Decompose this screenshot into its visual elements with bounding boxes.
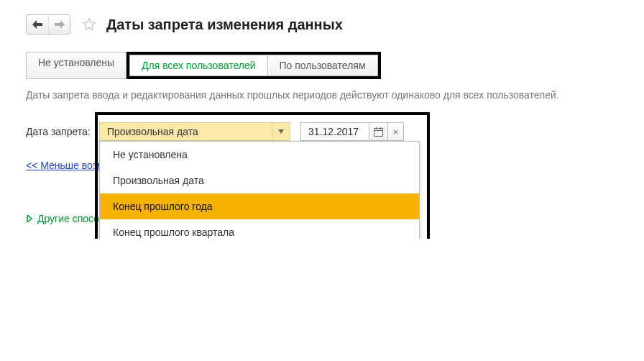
description-text: Даты запрета ввода и редактирования данн…	[26, 89, 618, 101]
tab-by-users[interactable]: По пользователям	[268, 55, 378, 76]
svg-marker-0	[83, 19, 96, 30]
date-calendar-button[interactable]	[369, 122, 388, 141]
date-input-group: 31.12.2017 ×	[300, 122, 404, 141]
dropdown-option[interactable]: Не установлена	[100, 142, 419, 168]
top-bar: Даты запрета изменения данных	[26, 14, 618, 35]
date-mode-select[interactable]: Произвольная дата 31.12.2017 ×	[99, 122, 404, 141]
nav-buttons	[26, 14, 70, 35]
prohibit-date-row: Дата запрета: Произвольная дата 31.12.20…	[26, 121, 618, 142]
dropdown-option[interactable]: Конец прошлого квартала	[100, 219, 419, 239]
back-button[interactable]	[27, 15, 48, 34]
arrow-left-icon	[32, 20, 42, 29]
dropdown-option[interactable]: Конец прошлого года	[100, 193, 419, 219]
prohibit-date-controls: Произвольная дата 31.12.2017 × Не устано…	[99, 122, 404, 141]
calendar-icon	[374, 127, 383, 137]
date-mode-dropdown-button[interactable]	[272, 122, 290, 141]
prohibit-date-label: Дата запрета:	[26, 126, 98, 137]
arrow-right-icon	[55, 20, 65, 29]
date-mode-dropdown-list: Не установлена Произвольная дата Конец п…	[99, 141, 420, 239]
favorite-star-icon[interactable]	[80, 16, 98, 33]
tabs-row: Не установлены Для всех пользователей По…	[26, 52, 618, 79]
chevron-down-icon	[278, 129, 284, 134]
tab-not-set[interactable]: Не установлены	[26, 52, 126, 79]
chevron-right-icon	[26, 215, 33, 222]
svg-rect-1	[374, 128, 383, 136]
date-clear-button[interactable]: ×	[388, 122, 404, 141]
date-field[interactable]: 31.12.2017	[300, 122, 369, 141]
date-mode-value: Произвольная дата	[99, 122, 272, 141]
forward-button	[48, 15, 70, 34]
tabs-highlight-box: Для всех пользователей По пользователям	[126, 52, 380, 79]
dropdown-option[interactable]: Произвольная дата	[100, 168, 419, 193]
tab-all-users[interactable]: Для всех пользователей	[129, 55, 267, 76]
page-title: Даты запрета изменения данных	[106, 17, 343, 33]
